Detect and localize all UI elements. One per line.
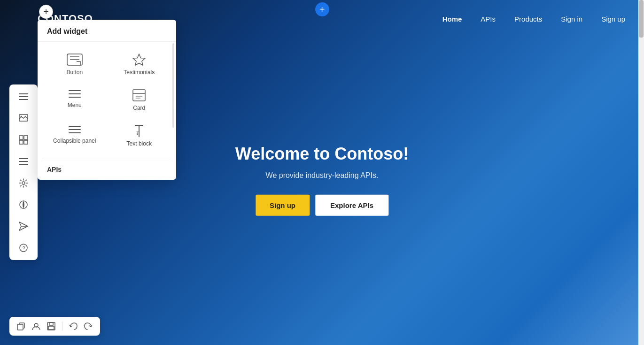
button-icon [66,53,83,66]
toolbar-redo-icon[interactable] [84,322,93,330]
sidebar-grid-icon[interactable] [17,133,30,146]
left-sidebar: ? [9,84,38,260]
add-widget-button-center[interactable]: + [315,2,329,16]
svg-marker-4 [133,54,145,65]
hero-section: Welcome to Contoso! We provide industry-… [235,144,409,215]
explore-button[interactable]: Explore APIs [315,194,388,215]
card-icon [132,89,146,102]
bottom-toolbar [9,317,100,336]
add-widget-button-topleft[interactable]: + [39,5,53,19]
svg-rect-40 [48,326,54,330]
right-scrollbar[interactable] [638,0,644,345]
widget-button[interactable]: Button [42,46,107,82]
sidebar-list-icon[interactable] [17,155,30,168]
nav-links: Home APIs Products Sign in Sign up [442,15,625,23]
panel-scrollbar[interactable] [172,43,174,128]
nav-signup[interactable]: Sign up [601,15,625,23]
panel-apis-section: APIs [38,160,176,180]
hero-buttons: Sign up Explore APIs [235,194,409,215]
testimonials-icon [132,53,146,66]
widget-menu-label: Menu [68,102,82,108]
widget-card[interactable]: Card [107,82,172,118]
sidebar-theme-icon[interactable] [17,198,30,211]
nav-apis[interactable]: APIs [481,15,496,23]
widget-collapsible[interactable]: Collapsible panel [42,118,107,153]
nav-signin[interactable]: Sign in [561,15,582,23]
signup-button[interactable]: Sign up [256,194,310,215]
svg-point-30 [22,182,25,184]
widget-collapsible-label: Collapsible panel [53,138,96,144]
widget-menu[interactable]: Menu [42,82,107,118]
widget-textblock[interactable]: T Text block [107,118,172,153]
svg-text:?: ? [23,245,25,251]
toolbar-copy-icon[interactable] [17,322,25,330]
widget-button-label: Button [66,69,83,76]
svg-rect-23 [19,136,23,139]
sidebar-menu-icon[interactable] [17,90,30,103]
widget-grid: Button Testimonials Menu [38,42,176,156]
svg-point-22 [21,116,22,117]
hero-subtitle: We provide industry-leading APIs. [235,171,409,179]
toolbar-divider [62,322,62,331]
menu-icon [68,89,81,99]
scrollbar-thumb[interactable] [639,0,644,38]
svg-rect-26 [24,140,28,144]
sidebar-settings-icon[interactable] [17,176,30,190]
widget-card-label: Card [133,105,145,111]
sidebar-send-icon[interactable] [17,220,30,233]
svg-rect-8 [133,90,145,101]
toolbar-save-icon[interactable] [47,322,55,330]
widget-testimonials[interactable]: Testimonials [107,46,172,82]
svg-rect-24 [24,136,28,139]
toolbar-undo-icon[interactable] [69,322,78,330]
panel-title: Add widget [38,20,176,42]
panel-divider [42,158,171,158]
collapsible-icon [68,124,81,135]
toolbar-user-icon[interactable] [32,322,40,330]
nav-products[interactable]: Products [514,15,542,23]
sidebar-image-icon[interactable] [17,112,30,125]
widget-testimonials-label: Testimonials [124,69,155,76]
widget-textblock-label: Text block [127,140,152,147]
textblock-icon: T [133,124,145,138]
sidebar-help-icon[interactable]: ? [17,241,30,254]
nav-home[interactable]: Home [442,15,462,23]
add-widget-panel: Add widget Button [38,20,176,180]
svg-rect-36 [17,324,23,330]
hero-title: Welcome to Contoso! [235,144,409,163]
svg-rect-39 [49,322,53,325]
svg-rect-25 [19,140,23,144]
